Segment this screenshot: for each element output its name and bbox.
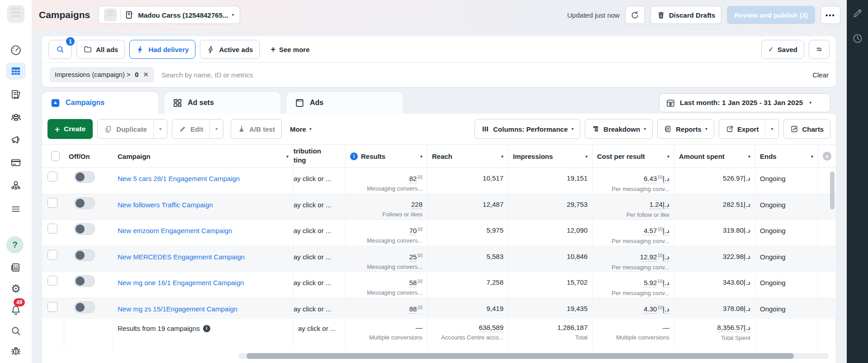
divider <box>120 10 121 20</box>
campaign-link[interactable]: New 5 cars 28/1 Engagement Campaign <box>118 175 240 182</box>
campaign-toggle[interactable] <box>74 275 95 287</box>
more-button[interactable]: More ▾ <box>286 125 315 133</box>
campaign-toggle[interactable] <box>74 171 95 183</box>
row-checkbox[interactable] <box>47 198 57 208</box>
billing-icon[interactable] <box>6 154 26 171</box>
had-delivery-filter[interactable]: Had delivery <box>129 40 195 59</box>
tab-ads[interactable]: Ads <box>286 92 403 114</box>
business-assets-icon[interactable] <box>6 177 26 194</box>
report-bug-icon[interactable] <box>6 342 26 359</box>
review-publish-button[interactable]: Review and publish (3) <box>727 6 815 24</box>
create-button[interactable]: + Create <box>47 119 93 139</box>
vertical-scrollbar-thumb[interactable] <box>830 172 835 210</box>
history-clock-icon[interactable] <box>852 33 863 44</box>
more-options-button[interactable]: ••• <box>821 6 840 24</box>
campaign-toggle[interactable] <box>74 301 95 313</box>
row-checkbox[interactable] <box>47 172 57 182</box>
clear-filters-link[interactable]: Clear <box>812 71 829 79</box>
sort-caret[interactable]: ▾ <box>811 154 813 159</box>
notifications-badge: 49 <box>14 298 25 306</box>
row-checkbox[interactable] <box>47 302 57 312</box>
refresh-button[interactable] <box>625 6 645 24</box>
campaign-link[interactable]: New mg zs 15/1Engagement Campaign <box>118 305 237 313</box>
ads-manager-screen: ? ⚙ 49 Campaigns Madou <box>0 0 868 363</box>
reach-cell-value: 12,487 <box>432 201 503 208</box>
edit-split-button[interactable]: Edit ▾ <box>172 119 223 139</box>
reports-button[interactable]: Reports ▾ <box>657 119 714 139</box>
ab-test-button[interactable]: A/B test <box>231 119 282 139</box>
account-overview-icon[interactable] <box>6 42 26 59</box>
campaign-link[interactable]: New followers Traffic Campaign <box>118 201 213 209</box>
row-checkbox[interactable] <box>47 224 57 234</box>
export-caret[interactable]: ▾ <box>765 119 778 139</box>
sort-caret[interactable]: ▾ <box>585 154 588 159</box>
info-icon[interactable]: i <box>350 153 358 160</box>
campaigns-nav-icon[interactable] <box>6 62 26 80</box>
updates-icon[interactable] <box>6 259 26 276</box>
sort-caret[interactable]: ▾ <box>667 154 669 159</box>
campaign-cell: New mg zs 15/1Engagement Campaign <box>113 298 294 317</box>
select-cell <box>42 220 64 248</box>
duplicate-caret[interactable]: ▾ <box>153 119 167 139</box>
all-ads-filter[interactable]: All ads <box>76 40 125 59</box>
export-split-button[interactable]: Export ▾ <box>719 119 779 139</box>
cost-cell-value: 4.57د.إ[2] <box>597 226 669 235</box>
filter-settings-button[interactable] <box>809 40 830 59</box>
info-icon[interactable]: i <box>203 325 210 332</box>
horizontal-scrollbar-track[interactable] <box>238 353 829 359</box>
reports-icon <box>664 125 672 133</box>
audiences-icon[interactable] <box>6 109 26 126</box>
row-checkbox[interactable] <box>47 276 57 286</box>
campaign-toggle[interactable] <box>74 223 95 235</box>
edit-caret[interactable]: ▾ <box>209 119 223 139</box>
results-cell-type: Messaging convers... <box>350 237 422 244</box>
remove-filter-icon[interactable]: ✕ <box>143 71 149 79</box>
campaign-link[interactable]: New MERCEDES Engagement Campaign <box>118 253 245 261</box>
saved-button[interactable]: ✓ Saved <box>761 40 804 59</box>
search-nav-icon[interactable] <box>6 322 26 339</box>
campaign-link[interactable]: New mg one 16/1 Engagement Campaign <box>118 279 244 287</box>
edit-pencil-icon[interactable] <box>852 7 863 19</box>
horizontal-scrollbar-thumb[interactable] <box>247 353 794 359</box>
all-tools-icon[interactable] <box>6 201 26 218</box>
help-icon[interactable]: ? <box>6 236 24 253</box>
charts-button[interactable]: Charts <box>783 119 830 139</box>
breakdown-button[interactable]: Breakdown ▾ <box>585 119 653 139</box>
columns-button[interactable]: Columns: Performance ▾ <box>474 119 580 139</box>
columns-label: Columns: Performance <box>493 125 568 133</box>
campaign-link[interactable]: New emzoom Engagement Campaign <box>118 227 232 234</box>
chevron-down-icon: ▾ <box>232 13 234 17</box>
ads-reporting-icon[interactable] <box>6 86 26 103</box>
row-checkbox[interactable] <box>47 250 57 260</box>
active-filter-chip[interactable]: Impressions (campaign) > 0 ✕ <box>49 67 154 82</box>
search-input[interactable] <box>161 71 806 79</box>
see-more-filters[interactable]: + See more <box>264 40 316 59</box>
duplicate-split-button[interactable]: Duplicate ▾ <box>97 119 167 139</box>
account-selector[interactable]: Madou Carss (1254842765... ▾ <box>98 6 240 24</box>
saved-filter-button[interactable]: 1 <box>48 40 72 59</box>
sort-caret[interactable]: ▾ <box>286 154 289 159</box>
campaign-toggle[interactable] <box>74 249 95 261</box>
campaign-cell: New followers Traffic Campaign <box>113 194 294 222</box>
advertise-icon[interactable] <box>6 131 26 148</box>
attribution-text: ay click or ... <box>294 305 331 313</box>
footnote-ref: [2] <box>417 278 422 283</box>
ends-value: Ongoing <box>760 279 786 287</box>
sort-caret[interactable]: ▾ <box>748 154 750 159</box>
campaign-toggle[interactable] <box>74 197 95 209</box>
settings-gear-icon[interactable]: ⚙ <box>6 280 26 297</box>
sort-caret[interactable]: ▾ <box>501 154 503 159</box>
table-row: New followers Traffic Campaignay click o… <box>42 194 836 220</box>
summary-cost-cell: — Multiple conversions <box>593 318 674 349</box>
sort-caret[interactable]: ▾ <box>420 154 422 159</box>
add-column-icon[interactable]: + <box>823 152 831 161</box>
date-range-selector[interactable]: Last month: 1 Jan 2025 - 31 Jan 2025 ▾ <box>659 93 830 112</box>
attribution-text: ay click or ... <box>294 201 331 209</box>
select-all-checkbox[interactable] <box>51 151 60 161</box>
tab-campaigns[interactable]: Campaigns <box>42 92 158 114</box>
active-ads-filter[interactable]: Active ads <box>200 40 260 59</box>
tab-ad-sets[interactable]: Ad sets <box>164 92 280 114</box>
discard-drafts-button[interactable]: Discard Drafts <box>650 6 722 24</box>
results-cell-value: 58[2] <box>350 278 422 287</box>
all-ads-label: All ads <box>96 46 118 53</box>
